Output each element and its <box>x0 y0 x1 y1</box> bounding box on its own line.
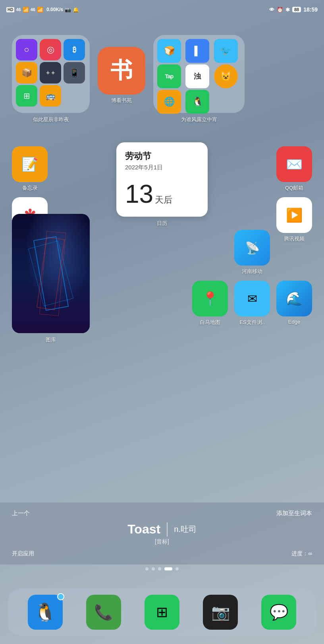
signal-bars-1: 📶 <box>23 7 29 13</box>
vocab-bar: 上一个 添加至生词本 Toast n.吐司 [音标] 开启应用 进度：∞ <box>0 502 324 564</box>
camera-icon: 📷 <box>211 603 230 621</box>
memo-icon[interactable]: 📝 <box>12 146 48 182</box>
signal-4g-1: 46 <box>16 7 21 12</box>
es-file-app[interactable]: ✉ ES文件浏.. <box>234 281 270 326</box>
open-app-btn[interactable]: 开启应用 <box>12 550 34 557</box>
edge-app[interactable]: 🌊 Edge <box>276 281 312 325</box>
dot-1 <box>145 567 148 570</box>
status-left: HD 46 📶 46 📶 0.00K/s 📷 🔔 <box>6 7 79 13</box>
bell-icon: 🔔 <box>73 7 79 13</box>
folder2-app1[interactable]: 🍞 <box>157 39 181 63</box>
henan-mobile-icon[interactable]: 📡 <box>234 230 270 266</box>
video-icon: 📷 <box>65 7 71 13</box>
baima-map-app[interactable]: 📍 白马地图 <box>192 281 228 326</box>
folder2-app7[interactable]: 🌐 <box>157 90 181 114</box>
folder1-app5[interactable]: ✦✦ <box>40 62 61 83</box>
dock-multitask[interactable]: ⊞ <box>145 595 179 630</box>
calendar-days: 13 <box>125 179 153 209</box>
dock-qq[interactable]: 🐧 <box>28 595 63 630</box>
dot-2 <box>152 567 155 570</box>
gallery-label: 图库 <box>46 336 56 343</box>
time: 18:59 <box>303 6 318 13</box>
vocab-phonetic: [音标] <box>12 538 312 545</box>
vocab-english: Toast <box>127 522 160 537</box>
bokanshuyuan-wrapper: 书 博看书苑 <box>98 47 145 104</box>
qq-icon: 🐧 <box>34 602 56 623</box>
baima-map-label: 白马地图 <box>200 319 220 326</box>
alarm-icon: ⏰ <box>277 7 283 13</box>
add-to-list-btn[interactable]: 添加至生词本 <box>276 510 312 517</box>
page-dots <box>0 567 324 570</box>
qq-badge <box>57 593 64 600</box>
folder2-app3[interactable]: 🐦 <box>214 39 238 63</box>
folder2-app4-tap[interactable]: Tap <box>157 64 181 88</box>
folder2-app8[interactable]: 🐧 <box>185 90 209 114</box>
calendar-suffix: 天后 <box>155 194 172 206</box>
row3: 图库 📡 河南移动 📍 白马地图 ✉ ES文件浏.. 🌊 <box>12 214 312 343</box>
qqmail-icon[interactable]: ✉️ <box>276 146 312 182</box>
edge-icon[interactable]: 🌊 <box>276 281 312 316</box>
gallery-widget[interactable] <box>12 214 90 333</box>
edge-label: Edge <box>288 319 300 325</box>
wechat-icon: 💬 <box>270 603 288 621</box>
row1: ○ ◎ ₿ 📦 ✦✦ 📱 ⊞ 🚌 似此星辰非昨夜 书 博看书苑 🍞 ▌ <box>12 35 312 123</box>
apps-row-3: 📍 白马地图 ✉ ES文件浏.. 🌊 Edge <box>192 281 312 326</box>
dock: 🐧 📞 ⊞ 📷 💬 <box>8 588 316 636</box>
calendar-date: 2022年5月1日 <box>125 164 199 171</box>
dot-5 <box>176 567 179 570</box>
phone-icon: 📞 <box>94 603 113 621</box>
folder1-app8[interactable]: 🚌 <box>40 85 61 107</box>
folder2-label: 为谁风露立中宵 <box>181 116 217 123</box>
dock-camera[interactable]: 📷 <box>203 595 238 630</box>
calendar-widget[interactable]: 劳动节 2022年5月1日 13 天后 <box>116 142 208 217</box>
vocab-chinese: n.吐司 <box>174 524 197 535</box>
hd-icon: HD <box>6 7 14 12</box>
qqmail-app[interactable]: ✉️ QQ邮箱 <box>276 146 312 192</box>
qqmail-label: QQ邮箱 <box>285 184 303 192</box>
folder1-app7[interactable]: ⊞ <box>16 85 37 107</box>
memo-label: 备忘录 <box>22 184 38 192</box>
dock-wechat[interactable]: 💬 <box>261 595 296 630</box>
progress-label: 进度：∞ <box>291 550 312 557</box>
folder2-app6[interactable]: 😺 <box>214 64 238 88</box>
folder1-label: 似此星辰非昨夜 <box>33 116 69 123</box>
folder-2[interactable]: 🍞 ▌ 🐦 Tap 浊 😺 🌐 🐧 <box>153 35 245 113</box>
signal-bars-2: 📶 <box>37 7 43 13</box>
eye-icon: 👁 <box>269 7 274 13</box>
bokanshuyan-char: 书 <box>110 56 133 86</box>
dock-phone[interactable]: 📞 <box>86 595 121 630</box>
folder1-app1[interactable]: ○ <box>16 39 37 60</box>
vocab-nav: 上一个 添加至生词本 <box>12 510 312 517</box>
multitask-icon: ⊞ <box>156 604 168 621</box>
vocab-divider <box>167 522 168 537</box>
battery: 88 <box>292 7 301 12</box>
signal-4g-2: 46 <box>31 7 35 12</box>
es-file-icon[interactable]: ✉ <box>234 281 270 316</box>
bluetooth-icon: ✱ <box>285 7 290 13</box>
folder1-app2[interactable]: ◎ <box>40 39 61 60</box>
folder2-app2[interactable]: ▌ <box>185 39 209 63</box>
home-screen: ○ ◎ ₿ 📦 ✦✦ 📱 ⊞ 🚌 似此星辰非昨夜 书 博看书苑 🍞 ▌ <box>0 19 324 644</box>
folder1-app3[interactable]: ₿ <box>64 39 85 60</box>
status-right: 👁 ⏰ ✱ 88 18:59 <box>269 6 318 13</box>
network-speed: 0.00K/s <box>46 7 63 12</box>
folder2-app5[interactable]: 浊 <box>185 64 209 88</box>
status-bar: HD 46 📶 46 📶 0.00K/s 📷 🔔 👁 ⏰ ✱ 88 18:59 <box>0 0 324 19</box>
folder1-app4[interactable]: 📦 <box>16 62 37 83</box>
folder-1[interactable]: ○ ◎ ₿ 📦 ✦✦ 📱 ⊞ 🚌 <box>12 35 90 113</box>
vocab-word-row: Toast n.吐司 <box>12 522 312 537</box>
dot-4-active <box>164 567 172 570</box>
dot-3 <box>158 567 161 570</box>
henan-mobile-label: 河南移动 <box>242 268 262 275</box>
bokanshuyan-icon[interactable]: 书 <box>98 47 145 95</box>
vocab-bottom: 开启应用 进度：∞ <box>12 550 312 557</box>
calendar-title: 劳动节 <box>125 150 199 162</box>
baima-map-icon[interactable]: 📍 <box>192 281 228 316</box>
bokanshuyan-label: 博看书苑 <box>111 97 132 104</box>
prev-word-btn[interactable]: 上一个 <box>12 510 30 517</box>
memo-app[interactable]: 📝 备忘录 <box>12 146 48 192</box>
es-file-label: ES文件浏.. <box>239 319 265 326</box>
folder1-app6[interactable]: 📱 <box>64 62 85 83</box>
henan-mobile-app[interactable]: 📡 河南移动 <box>234 230 270 275</box>
